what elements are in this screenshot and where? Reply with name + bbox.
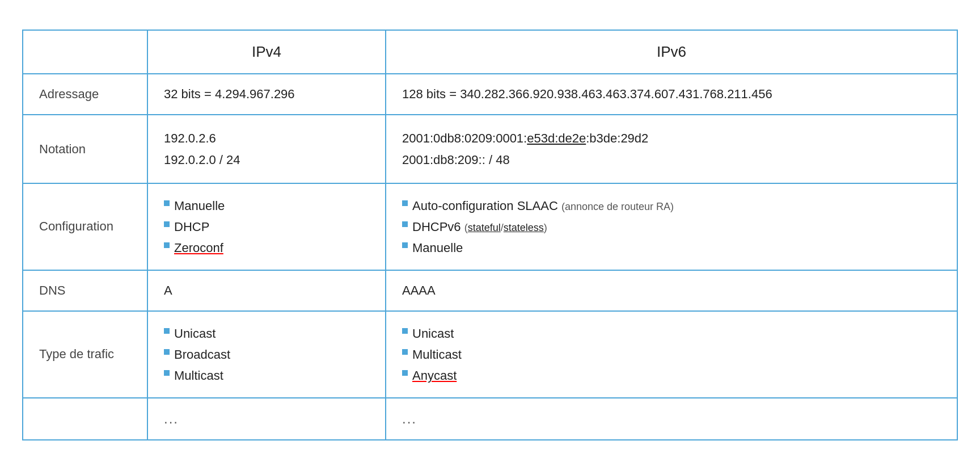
trafic-ipv6-list: Unicast Multicast Anycast: [402, 324, 941, 385]
trafic-ipv4: Unicast Broadcast Multicast: [147, 311, 386, 398]
notation-ipv4-line2: 192.0.2.0 / 24: [164, 149, 369, 170]
header-ipv4: IPv4: [147, 30, 386, 74]
list-item: Unicast: [164, 324, 369, 343]
ipv4-ipv6-comparison-table: IPv4 IPv6 Adressage 32 bits = 4.294.967.…: [22, 30, 958, 440]
adressage-label: Adressage: [23, 74, 147, 115]
trafic-ipv6-item2: Multicast: [412, 345, 462, 364]
extra-ipv4: ...: [147, 398, 386, 440]
configuration-row: Configuration Manuelle DHCP: [23, 183, 957, 270]
bullet-icon: [402, 221, 408, 227]
notation-row: Notation 192.0.2.6 192.0.2.0 / 24 2001:0…: [23, 115, 957, 183]
bullet-icon: [164, 349, 170, 355]
bullet-icon: [164, 328, 170, 334]
list-item: Multicast: [164, 366, 369, 385]
bullet-icon: [164, 242, 170, 248]
list-item: DHCPv6 (stateful/stateless): [402, 217, 941, 236]
trafic-ipv4-item2: Broadcast: [174, 345, 230, 364]
dhcpv6-stateful-link[interactable]: stateful: [468, 222, 501, 233]
list-item: Zeroconf: [164, 238, 369, 257]
dns-ipv4: A: [147, 270, 386, 311]
adressage-ipv6: 128 bits = 340.282.366.920.938.463.463.3…: [386, 74, 957, 115]
bullet-icon: [164, 370, 170, 376]
configuration-label: Configuration: [23, 183, 147, 270]
comparison-table-wrapper: IPv4 IPv6 Adressage 32 bits = 4.294.967.…: [22, 30, 958, 440]
config-ipv4-item2: DHCP: [174, 217, 209, 236]
config-ipv6-list: Auto-configuration SLAAC (annonce de rou…: [402, 196, 941, 257]
list-item: Manuelle: [402, 238, 941, 257]
config-ipv6-item3: Manuelle: [412, 238, 463, 257]
notation-ipv6-post: :b3de:29d2: [586, 131, 648, 145]
trafic-ipv6-item1: Unicast: [412, 324, 454, 343]
extra-row: ... ...: [23, 398, 957, 440]
dhcpv6-stateless-link[interactable]: stateless: [504, 222, 544, 233]
trafic-ipv4-item1: Unicast: [174, 324, 216, 343]
config-ipv4-item1: Manuelle: [174, 196, 225, 215]
header-label-col: [23, 30, 147, 74]
bullet-icon: [402, 370, 408, 376]
config-ipv6-item2: DHCPv6 (stateful/stateless): [412, 217, 547, 236]
trafic-ipv6: Unicast Multicast Anycast: [386, 311, 957, 398]
header-row: IPv4 IPv6: [23, 30, 957, 74]
trafic-ipv4-list: Unicast Broadcast Multicast: [164, 324, 369, 385]
notation-ipv4-line1: 192.0.2.6: [164, 128, 369, 149]
config-ipv6-item1: Auto-configuration SLAAC (annonce de rou…: [412, 196, 674, 215]
notation-ipv6-underlined: e53d:de2e: [527, 131, 586, 145]
notation-ipv6-line1: 2001:0db8:0209:0001:e53d:de2e:b3de:29d2: [402, 128, 941, 149]
trafic-label: Type de trafic: [23, 311, 147, 398]
extra-label: [23, 398, 147, 440]
notation-ipv6-line2: 2001:db8:209:: / 48: [402, 149, 941, 170]
configuration-ipv4: Manuelle DHCP Zeroconf: [147, 183, 386, 270]
bullet-icon: [402, 328, 408, 334]
list-item: Multicast: [402, 345, 941, 364]
list-item: Manuelle: [164, 196, 369, 215]
list-item: Auto-configuration SLAAC (annonce de rou…: [402, 196, 941, 215]
notation-ipv4: 192.0.2.6 192.0.2.0 / 24: [147, 115, 386, 183]
extra-ipv6: ...: [386, 398, 957, 440]
bullet-icon: [164, 221, 170, 227]
notation-label: Notation: [23, 115, 147, 183]
bullet-icon: [402, 200, 408, 206]
dns-row: DNS A AAAA: [23, 270, 957, 311]
config-ipv6-paren2: (stateful/stateless): [464, 222, 547, 233]
notation-ipv6: 2001:0db8:0209:0001:e53d:de2e:b3de:29d2 …: [386, 115, 957, 183]
dns-ipv6: AAAA: [386, 270, 957, 311]
trafic-row: Type de trafic Unicast Broadcast: [23, 311, 957, 398]
adressage-ipv4: 32 bits = 4.294.967.296: [147, 74, 386, 115]
notation-ipv6-pre: 2001:0db8:0209:0001:: [402, 131, 527, 145]
config-ipv4-item3: Zeroconf: [174, 238, 223, 257]
configuration-ipv6: Auto-configuration SLAAC (annonce de rou…: [386, 183, 957, 270]
config-ipv6-paren1: (annonce de routeur RA): [561, 201, 674, 212]
bullet-icon: [402, 242, 408, 248]
header-ipv6: IPv6: [386, 30, 957, 74]
trafic-ipv4-item3: Multicast: [174, 366, 223, 385]
dns-label: DNS: [23, 270, 147, 311]
trafic-ipv6-item3: Anycast: [412, 366, 457, 385]
adressage-row: Adressage 32 bits = 4.294.967.296 128 bi…: [23, 74, 957, 115]
list-item: Anycast: [402, 366, 941, 385]
list-item: DHCP: [164, 217, 369, 236]
list-item: Unicast: [402, 324, 941, 343]
bullet-icon: [164, 200, 170, 206]
bullet-icon: [402, 349, 408, 355]
list-item: Broadcast: [164, 345, 369, 364]
config-ipv4-list: Manuelle DHCP Zeroconf: [164, 196, 369, 257]
